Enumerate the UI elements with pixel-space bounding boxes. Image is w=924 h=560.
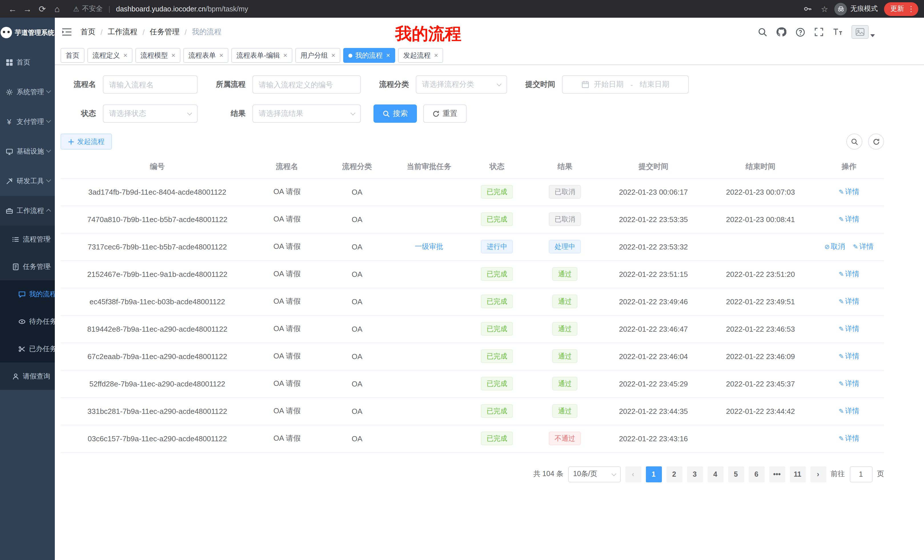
github-icon[interactable] bbox=[776, 27, 786, 37]
tab-start-process[interactable]: 发起流程× bbox=[398, 48, 443, 63]
result-tag: 已取消 bbox=[549, 185, 581, 199]
page-content: 流程名 所属流程 流程分类 请选择流程分类 bbox=[55, 65, 924, 560]
page-button-4[interactable]: 4 bbox=[707, 466, 723, 482]
sidebar-item-process-mgmt[interactable]: 流程管理 bbox=[0, 226, 55, 253]
page-button-6[interactable]: 6 bbox=[748, 466, 764, 482]
process-name-input[interactable] bbox=[109, 80, 191, 89]
search-icon[interactable] bbox=[757, 27, 768, 37]
key-icon[interactable] bbox=[801, 2, 814, 16]
close-icon[interactable]: × bbox=[434, 51, 438, 59]
page-button-3[interactable]: 3 bbox=[687, 466, 703, 482]
goto-prefix: 前往 bbox=[831, 469, 845, 479]
status-tag: 已完成 bbox=[481, 322, 513, 335]
breadcrumb-task-mgmt[interactable]: 任务管理 bbox=[150, 27, 180, 37]
sidebar-item-task-mgmt[interactable]: 任务管理 bbox=[0, 253, 55, 280]
sidebar-item-label: 研发工具 bbox=[16, 176, 44, 186]
sidebar-item-todo-tasks[interactable]: 待办任务 bbox=[0, 308, 55, 335]
goto-page-input[interactable] bbox=[849, 466, 872, 482]
page-button-5[interactable]: 5 bbox=[728, 466, 744, 482]
detail-link[interactable]: ✎详情 bbox=[838, 215, 859, 223]
help-icon[interactable] bbox=[795, 27, 805, 37]
sidebar-item-infrastructure[interactable]: 基础设施 bbox=[0, 136, 55, 166]
tab-home[interactable]: 首页 bbox=[60, 48, 84, 63]
sidebar-item-payment[interactable]: ¥ 支付管理 bbox=[0, 107, 55, 136]
create-process-button[interactable]: 发起流程 bbox=[60, 133, 112, 150]
address-bar[interactable]: dashboard.yudao.iocoder.cn/bpm/task/my bbox=[116, 5, 248, 13]
result-select[interactable]: 请选择流结果 bbox=[252, 105, 361, 123]
tab-my-process[interactable]: 我的流程× bbox=[343, 48, 395, 63]
tags-view-bar: 首页 流程定义× 流程模型× 流程表单× 流程表单-编辑× 用户分组× 我的流程… bbox=[55, 46, 924, 65]
app-title: 芋道管理系统 bbox=[15, 28, 54, 37]
annotation-title: 我的流程 bbox=[395, 23, 461, 46]
forward-icon[interactable]: → bbox=[21, 2, 34, 16]
fullscreen-icon[interactable] bbox=[814, 27, 824, 37]
sidebar-item-leave-query[interactable]: 请假查询 bbox=[0, 362, 55, 390]
sidebar-item-home[interactable]: 首页 bbox=[0, 47, 55, 77]
cell-id: 52ffd28e-7b9a-11ec-a290-acde48001122 bbox=[60, 370, 254, 397]
page-button-11[interactable]: 11 bbox=[789, 466, 806, 482]
page-size-select[interactable]: 10条/页 bbox=[568, 466, 621, 482]
detail-link[interactable]: ✎详情 bbox=[838, 325, 859, 332]
home-icon[interactable]: ⌂ bbox=[50, 2, 64, 16]
tab-process-form[interactable]: 流程表单× bbox=[183, 48, 228, 63]
chevron-down-icon bbox=[611, 471, 616, 476]
more-pages-button[interactable]: ••• bbox=[769, 466, 785, 482]
close-icon[interactable]: × bbox=[219, 51, 223, 59]
tab-process-model[interactable]: 流程模型× bbox=[135, 48, 180, 63]
detail-link[interactable]: ✎详情 bbox=[838, 379, 859, 387]
browser-menu-icon[interactable]: ⋮ bbox=[908, 4, 915, 13]
tab-process-definition[interactable]: 流程定义× bbox=[87, 48, 132, 63]
sidebar-item-devtools[interactable]: 研发工具 bbox=[0, 166, 55, 196]
detail-link[interactable]: ✎详情 bbox=[838, 434, 859, 442]
sidebar-item-done-tasks[interactable]: 已办任务 bbox=[0, 335, 55, 362]
close-icon[interactable]: × bbox=[331, 51, 335, 59]
cell-id: 7317cec6-7b9b-11ec-b5b7-acde48001122 bbox=[60, 233, 254, 260]
reload-icon[interactable]: ⟳ bbox=[35, 2, 49, 16]
search-icon bbox=[382, 110, 390, 117]
breadcrumb-home[interactable]: 首页 bbox=[81, 27, 95, 37]
prev-page-button[interactable]: ‹ bbox=[625, 466, 641, 482]
detail-link[interactable]: ✎详情 bbox=[838, 270, 859, 278]
cancel-link[interactable]: ⊘取消 bbox=[824, 242, 845, 250]
sidebar-toggle-icon[interactable] bbox=[62, 27, 72, 36]
category-select[interactable]: 请选择流程分类 bbox=[416, 75, 507, 94]
goto-suffix: 页 bbox=[877, 469, 884, 479]
update-button[interactable]: 更新 ⋮ bbox=[884, 2, 918, 16]
create-process-label: 发起流程 bbox=[77, 137, 105, 147]
date-range-picker[interactable]: 开始日期 - 结束日期 bbox=[562, 75, 689, 94]
sidebar-item-system[interactable]: 系统管理 bbox=[0, 77, 55, 107]
back-icon[interactable]: ← bbox=[6, 2, 20, 16]
active-dot-icon bbox=[348, 53, 352, 57]
page-button-2[interactable]: 2 bbox=[666, 466, 682, 482]
col-end-time: 结束时间 bbox=[707, 155, 814, 178]
status-select[interactable]: 请选择状态 bbox=[103, 105, 198, 123]
search-button[interactable]: 搜索 bbox=[374, 105, 417, 123]
breadcrumb-workflow[interactable]: 工作流程 bbox=[108, 27, 137, 37]
sidebar-item-my-process[interactable]: 我的流程 bbox=[0, 280, 55, 308]
tab-user-group[interactable]: 用户分组× bbox=[295, 48, 340, 63]
detail-link[interactable]: ✎详情 bbox=[838, 297, 859, 305]
close-icon[interactable]: × bbox=[123, 51, 128, 59]
detail-link[interactable]: ✎详情 bbox=[853, 242, 873, 250]
close-icon[interactable]: × bbox=[386, 51, 390, 59]
refresh-table-icon[interactable] bbox=[868, 133, 884, 150]
detail-link[interactable]: ✎详情 bbox=[838, 187, 859, 196]
bookmark-star-icon[interactable]: ☆ bbox=[821, 4, 828, 13]
detail-link[interactable]: ✎详情 bbox=[838, 352, 859, 360]
process-id-input[interactable] bbox=[259, 80, 355, 89]
reset-button[interactable]: 重置 bbox=[423, 105, 466, 123]
page-button-1[interactable]: 1 bbox=[646, 466, 662, 482]
sidebar-item-workflow[interactable]: 工作流程 bbox=[0, 196, 55, 226]
current-task-link[interactable]: 一级审批 bbox=[415, 242, 444, 250]
tab-process-form-edit[interactable]: 流程表单-编辑× bbox=[231, 48, 292, 63]
user-menu[interactable] bbox=[852, 25, 875, 39]
security-chip[interactable]: ⚠ 不安全 bbox=[73, 4, 103, 14]
logo[interactable]: 芋道管理系统 bbox=[0, 18, 55, 47]
font-size-icon[interactable] bbox=[832, 27, 843, 37]
start-date-placeholder: 开始日期 bbox=[594, 79, 624, 90]
detail-link[interactable]: ✎详情 bbox=[838, 407, 859, 415]
show-search-icon[interactable] bbox=[846, 133, 862, 150]
close-icon[interactable]: × bbox=[171, 51, 176, 59]
close-icon[interactable]: × bbox=[283, 51, 287, 59]
next-page-button[interactable]: › bbox=[810, 466, 826, 482]
